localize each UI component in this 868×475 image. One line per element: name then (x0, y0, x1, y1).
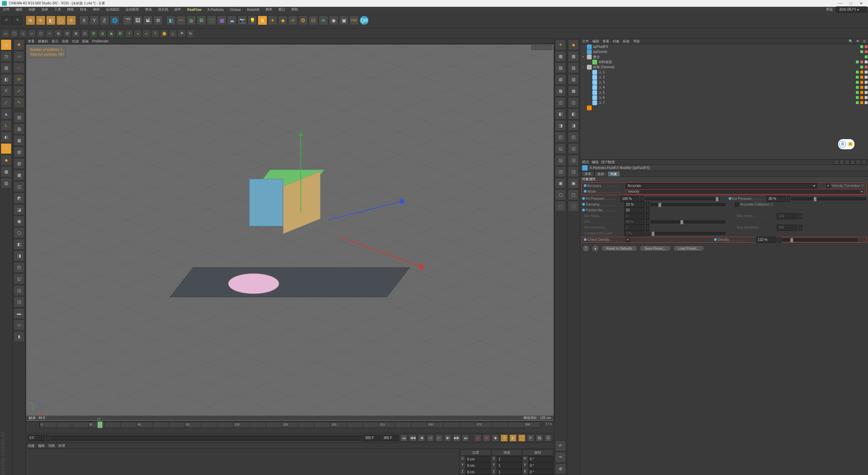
octane-icon[interactable]: ◉ (329, 16, 338, 25)
compression-slider[interactable] (651, 232, 725, 235)
redshift-icon[interactable]: ▣ (339, 16, 349, 25)
record-icon[interactable]: ● (474, 434, 481, 442)
reset-defaults-button[interactable]: Reset to Defaults (601, 245, 637, 251)
frame-fwd-icon[interactable]: ▶ (444, 434, 452, 442)
help-button[interactable]: ? (582, 245, 590, 252)
key-pos-icon[interactable]: ✢ (500, 434, 508, 442)
attr-menu-item[interactable]: 用户数据 (601, 160, 615, 165)
palette-icon[interactable]: ✦ (555, 39, 566, 50)
palette-icon[interactable]: ▩ (555, 86, 566, 96)
velocity-correction-checkbox[interactable] (826, 184, 830, 188)
rotate-tool-icon[interactable]: ◯ (56, 16, 66, 25)
om-row[interactable]: 人 7 (580, 100, 868, 105)
spinner[interactable] (778, 237, 781, 243)
attr-nav-icon[interactable] (850, 160, 855, 165)
undo-button[interactable]: ↶ (1, 16, 12, 25)
palette-icon[interactable]: ▦ (568, 51, 579, 62)
menu-item[interactable]: Octane (229, 8, 242, 12)
menu-item[interactable]: 流水线 (157, 7, 170, 12)
palette-icon[interactable]: ▧ (14, 147, 24, 157)
range-slider[interactable] (51, 436, 362, 440)
palette-icon[interactable]: ▩ (14, 170, 24, 180)
om-eye-icon[interactable]: ☰ (863, 39, 866, 43)
palette-icon[interactable]: ▨ (568, 74, 579, 85)
ime-indicator[interactable]: 鹿 英 (838, 139, 854, 149)
3d-viewport[interactable]: Number of emitters: 1 Total live particl… (26, 44, 554, 421)
tool-icon[interactable]: ✪ (116, 30, 124, 38)
spinner[interactable] (640, 196, 644, 202)
attr-nav-icon[interactable] (856, 160, 861, 165)
vp-menu-item[interactable]: 过滤 (72, 39, 79, 44)
palette-icon[interactable]: ◳ (555, 166, 566, 177)
menu-item[interactable]: 编辑 (14, 7, 24, 12)
play-back-icon[interactable]: ◁ (427, 434, 434, 442)
render-pv-icon[interactable]: 📽 (143, 16, 153, 25)
palette-icon[interactable]: ◧ (555, 109, 566, 119)
spinner[interactable] (646, 202, 649, 207)
z-axis-icon[interactable]: Z (100, 16, 109, 25)
goto-end-icon[interactable]: ⏭ (462, 434, 469, 442)
layout-dropdown[interactable]: 启动 (用户) ▾ (836, 6, 867, 13)
tool-icon[interactable]: ↘ (134, 30, 142, 38)
maximize-button[interactable]: □ (846, 1, 855, 6)
om-row[interactable]: +整合 (580, 54, 868, 59)
palette-icon[interactable]: ◫ (14, 181, 24, 192)
light-icon[interactable]: 💡 (248, 16, 257, 25)
accurate-collisions-checkbox[interactable] (735, 203, 739, 207)
palette-icon[interactable]: ◪ (14, 204, 24, 215)
palette-icon[interactable]: ▣ (568, 178, 579, 189)
key-param-icon[interactable]: P (527, 434, 534, 442)
move-tool-icon[interactable]: ✢ (36, 16, 45, 25)
palette-icon[interactable]: ◰ (14, 262, 24, 273)
mm-menu-item[interactable]: 纹理 (58, 443, 65, 448)
render-settings-icon[interactable]: ⚙ (153, 16, 163, 25)
attr-nav-icon[interactable] (834, 160, 839, 165)
environment-icon[interactable]: ☁ (227, 16, 237, 25)
menu-item[interactable]: 文件 (1, 7, 11, 12)
palette-icon[interactable]: ◨ (555, 120, 566, 131)
tool-icon[interactable]: fx (186, 30, 195, 38)
menu-item[interactable]: 工具 (53, 7, 62, 12)
palette-icon[interactable]: ▬ (14, 308, 24, 319)
om-row[interactable]: −碎裂 (Voronoi) (580, 64, 868, 70)
texture-mode-icon[interactable]: ▨ (1, 62, 12, 73)
attr-nav-icon[interactable] (840, 160, 844, 165)
om-menu-item[interactable]: 对象 (613, 39, 619, 44)
menu-item[interactable]: RealFlow (186, 8, 203, 12)
xp-system-icon[interactable]: S (258, 16, 267, 25)
poly-mode-icon[interactable]: ▲ (1, 109, 12, 119)
tool-icon[interactable]: ❂ (90, 30, 98, 38)
om-row[interactable]: xpFluidFX (580, 44, 868, 49)
mm-menu-item[interactable]: 创建 (28, 443, 35, 448)
frame-back-icon[interactable]: ◀ (418, 434, 425, 442)
qr-icon[interactable]: QR (359, 16, 369, 25)
key-pla-icon[interactable]: ▤ (536, 434, 543, 442)
spinner[interactable] (787, 196, 790, 202)
select-rect-icon[interactable]: ▭ (14, 51, 24, 62)
tool-icon[interactable]: ⊠ (72, 30, 80, 38)
attr-menu-item[interactable]: 编辑 (592, 160, 598, 165)
key-opts-icon[interactable]: ☰ (545, 434, 552, 442)
subdiv-icon[interactable]: ❂ (197, 16, 206, 25)
render-view-icon[interactable]: 🎬 (123, 16, 132, 25)
tool-icon[interactable]: ◍ (98, 30, 106, 38)
x-axis-icon[interactable]: X (79, 16, 89, 25)
attr-menu-item[interactable]: 模式 (582, 160, 589, 165)
palette-icon[interactable]: ▢ (14, 227, 24, 238)
step-fwd-icon[interactable]: ▶▶ (453, 434, 460, 442)
om-row[interactable]: 人 5 (580, 90, 868, 95)
om-row[interactable]: 人 4 (580, 85, 868, 90)
psr-icon[interactable]: PSR (349, 16, 359, 25)
attr-nav-icon[interactable] (845, 160, 850, 165)
om-search-icon[interactable]: 🔍 (849, 39, 853, 43)
palette-icon[interactable]: ◧ (568, 109, 579, 119)
om-row[interactable] (580, 105, 868, 110)
locked-icon[interactable]: ▤ (1, 178, 12, 189)
xp-dynamics-icon[interactable]: ⚛ (288, 16, 298, 25)
xp-emitter-icon[interactable]: ✦ (268, 16, 277, 25)
object-mode-icon[interactable]: ◧ (1, 74, 12, 85)
xp-cache-icon[interactable]: ⛁ (309, 16, 318, 25)
palette-icon[interactable]: ◲ (555, 155, 566, 166)
damping-field[interactable]: 10 % (624, 202, 645, 208)
cube-primitive-icon[interactable]: ◧ (166, 16, 176, 25)
